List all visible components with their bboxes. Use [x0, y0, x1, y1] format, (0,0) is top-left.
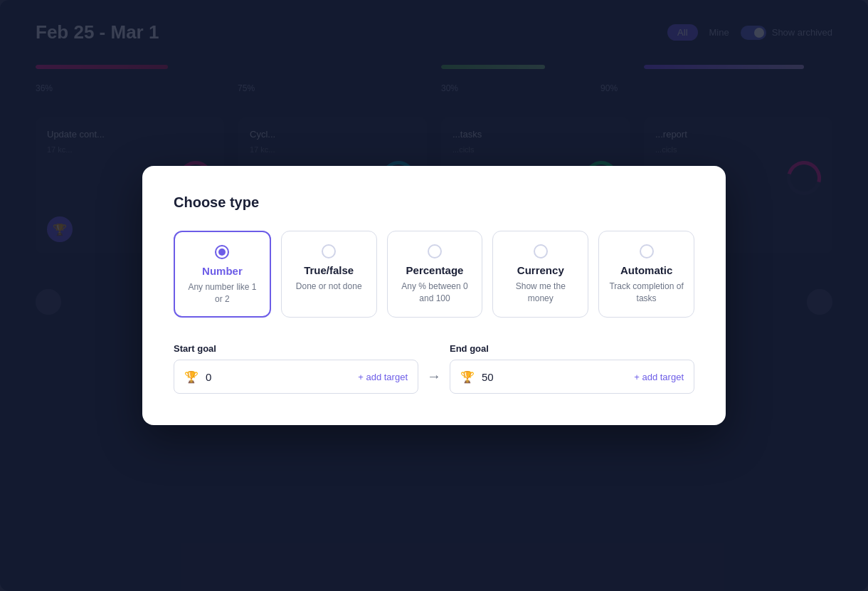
start-goal-trophy-icon: 🏆 [184, 370, 199, 384]
end-goal-input-wrap: 🏆 + add target [450, 360, 694, 394]
type-card-percentage[interactable]: Percentage Any % between 0 and 100 [387, 231, 483, 318]
type-radio-currency [534, 244, 548, 258]
end-goal-input[interactable] [482, 371, 627, 383]
start-goal-label: Start goal [174, 343, 418, 354]
type-grid: Number Any number like 1 or 2 True/false… [174, 231, 694, 318]
type-card-number[interactable]: Number Any number like 1 or 2 [174, 231, 271, 318]
choose-type-modal: Choose type Number Any number like 1 or … [142, 166, 726, 426]
end-goal-label: End goal [450, 343, 694, 354]
start-add-target-btn[interactable]: + add target [358, 372, 408, 382]
type-desc-number: Any number like 1 or 2 [184, 281, 261, 305]
type-card-truefalse[interactable]: True/false Done or not done [281, 231, 377, 318]
end-goal-group: End goal 🏆 + add target [450, 343, 694, 394]
type-name-number: Number [202, 265, 243, 277]
end-add-target-btn[interactable]: + add target [634, 372, 684, 382]
start-goal-input[interactable] [206, 371, 351, 383]
type-name-percentage: Percentage [406, 264, 464, 276]
type-desc-automatic: Track completion of tasks [608, 281, 685, 305]
goals-row: Start goal 🏆 + add target → End goal 🏆 +… [174, 343, 694, 394]
type-name-automatic: Automatic [620, 264, 672, 276]
type-card-automatic[interactable]: Automatic Track completion of tasks [598, 231, 694, 318]
modal-overlay: Choose type Number Any number like 1 or … [0, 0, 868, 591]
arrow-icon: → [427, 368, 441, 385]
start-goal-group: Start goal 🏆 + add target [174, 343, 418, 394]
type-desc-percentage: Any % between 0 and 100 [396, 281, 474, 305]
type-card-currency[interactable]: Currency Show me the money [492, 231, 588, 318]
type-name-currency: Currency [517, 264, 564, 276]
type-desc-truefalse: Done or not done [296, 281, 362, 293]
type-radio-inner-number [218, 249, 226, 256]
type-desc-currency: Show me the money [502, 281, 579, 305]
type-radio-truefalse [322, 244, 336, 258]
type-radio-percentage [428, 244, 442, 258]
type-radio-number [215, 245, 229, 259]
type-name-truefalse: True/false [304, 264, 354, 276]
end-goal-trophy-icon: 🏆 [460, 370, 475, 384]
start-goal-input-wrap: 🏆 + add target [174, 360, 418, 394]
type-radio-automatic [640, 244, 654, 258]
modal-title: Choose type [174, 194, 694, 211]
app-background: Feb 25 - Mar 1 All Mine Show archived [0, 0, 868, 591]
